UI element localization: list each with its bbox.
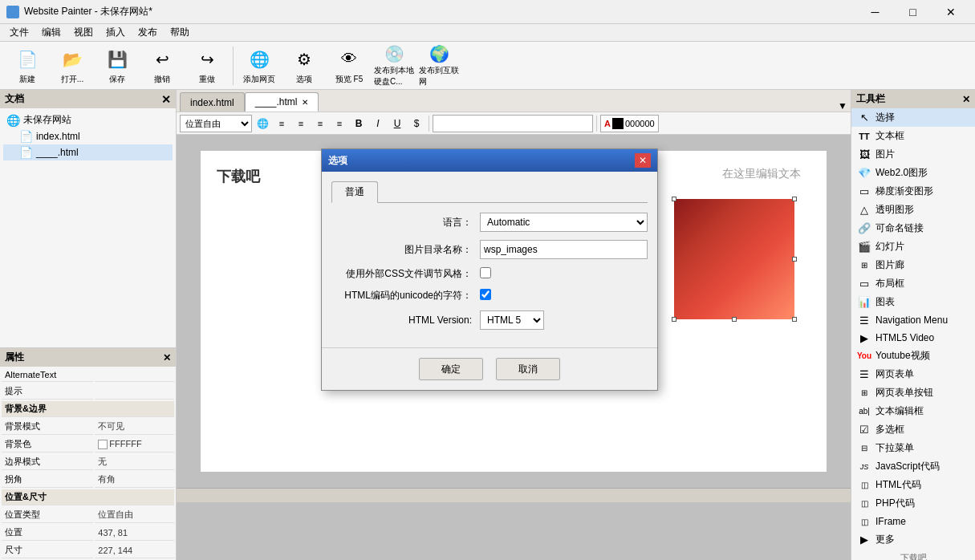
dialog-tab-general[interactable]: 普通	[331, 181, 378, 203]
dialog-tabs: 普通	[331, 181, 648, 203]
imagedir-control	[480, 240, 648, 259]
unicode-label: HTML编码的unicode的字符：	[331, 289, 480, 302]
dialog-cancel-button[interactable]: 取消	[496, 358, 560, 380]
dialog-close-button[interactable]: ✕	[635, 153, 651, 168]
dialog-content: 普通 语言： Automatic Chinese English	[322, 172, 657, 347]
htmlversion-select[interactable]: HTML 5 HTML 4 XHTML	[480, 310, 544, 330]
options-dialog: 选项 ✕ 普通 语言： Automatic Chinese English	[321, 148, 658, 391]
dialog-titlebar: 选项 ✕	[322, 149, 657, 172]
css-checkbox[interactable]	[480, 267, 491, 278]
dialog-footer: 确定 取消	[322, 347, 657, 390]
css-label: 使用外部CSS文件调节风格：	[331, 267, 480, 281]
form-row-htmlversion: HTML Version: HTML 5 HTML 4 XHTML	[331, 310, 648, 330]
unicode-control	[480, 289, 648, 302]
dialog-form: 语言： Automatic Chinese English 图片目录名称：	[331, 213, 648, 330]
dialog-title: 选项	[328, 154, 347, 168]
dialog-ok-button[interactable]: 确定	[419, 358, 483, 380]
form-row-css: 使用外部CSS文件调节风格：	[331, 267, 648, 281]
language-select[interactable]: Automatic Chinese English	[480, 213, 648, 232]
dialog-overlay: 选项 ✕ 普通 语言： Automatic Chinese English	[0, 0, 975, 560]
form-row-unicode: HTML编码的unicode的字符：	[331, 289, 648, 302]
language-label: 语言：	[331, 216, 480, 229]
unicode-checkbox[interactable]	[480, 289, 491, 300]
dialog-tab-general-label: 普通	[345, 186, 364, 197]
htmlversion-control: HTML 5 HTML 4 XHTML	[480, 310, 648, 330]
imagedir-label: 图片目录名称：	[331, 243, 480, 257]
htmlversion-label: HTML Version:	[331, 314, 480, 326]
form-row-language: 语言： Automatic Chinese English	[331, 213, 648, 232]
form-row-imagedir: 图片目录名称：	[331, 240, 648, 259]
language-control: Automatic Chinese English	[480, 213, 648, 232]
imagedir-input[interactable]	[480, 240, 648, 259]
css-control	[480, 267, 648, 281]
